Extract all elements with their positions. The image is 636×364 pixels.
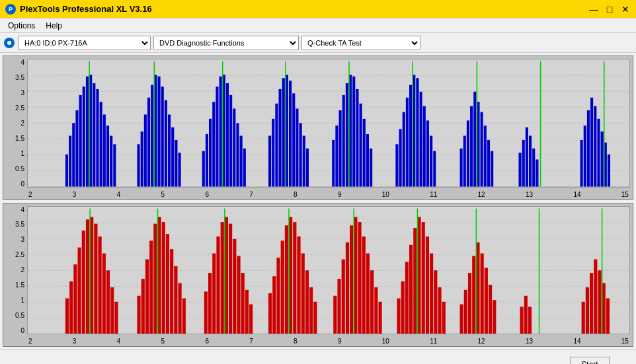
svg-rect-44 — [216, 87, 218, 186]
svg-rect-205 — [438, 287, 441, 334]
svg-rect-77 — [366, 134, 369, 187]
svg-rect-52 — [243, 149, 246, 187]
svg-point-1 — [7, 41, 11, 45]
svg-rect-28 — [144, 114, 147, 186]
svg-rect-114 — [590, 98, 593, 187]
svg-rect-199 — [413, 228, 417, 334]
svg-rect-129 — [65, 298, 69, 334]
svg-rect-47 — [226, 83, 229, 187]
svg-rect-169 — [268, 293, 272, 334]
svg-rect-16 — [86, 77, 89, 187]
svg-rect-50 — [236, 123, 239, 186]
main-content: 4 3.5 3 2.5 2 1.5 1 0.5 0 — [0, 53, 636, 349]
svg-rect-69 — [339, 110, 342, 187]
svg-rect-143 — [137, 295, 140, 334]
svg-rect-36 — [171, 127, 174, 187]
svg-rect-216 — [493, 300, 496, 334]
svg-rect-208 — [460, 304, 463, 334]
svg-rect-158 — [212, 253, 216, 334]
start-button[interactable]: Start — [570, 357, 610, 364]
svg-rect-37 — [175, 140, 177, 187]
drive-select[interactable]: HA:0 ID:0 PX-716A — [19, 36, 151, 50]
svg-rect-159 — [216, 236, 219, 334]
svg-rect-102 — [491, 151, 493, 187]
svg-rect-87 — [420, 92, 422, 187]
svg-rect-104 — [518, 153, 521, 186]
svg-rect-11 — [69, 136, 71, 187]
svg-rect-139 — [106, 270, 110, 334]
svg-rect-23 — [110, 136, 112, 187]
svg-rect-108 — [532, 149, 535, 187]
svg-rect-93 — [460, 149, 463, 187]
svg-rect-189 — [362, 236, 366, 334]
function-select[interactable]: DVD Diagnostic Functions — [153, 36, 299, 50]
svg-rect-67 — [332, 140, 335, 187]
svg-rect-160 — [221, 222, 224, 334]
svg-rect-14 — [79, 95, 82, 187]
svg-rect-48 — [229, 95, 232, 187]
test-select[interactable]: Q-Check TA Test — [301, 36, 420, 50]
bottom-chart-x-axis: 2 3 4 5 6 7 8 9 10 11 12 13 14 15 — [27, 338, 630, 345]
svg-rect-65 — [306, 149, 309, 187]
svg-rect-30 — [151, 85, 153, 187]
svg-rect-224 — [590, 273, 593, 334]
svg-rect-40 — [202, 151, 205, 187]
svg-rect-202 — [426, 236, 429, 334]
title-bar-controls: — □ ✕ — [588, 4, 631, 15]
svg-rect-164 — [237, 256, 240, 334]
svg-rect-153 — [179, 283, 182, 334]
svg-rect-138 — [102, 253, 106, 334]
svg-rect-83 — [406, 98, 409, 187]
svg-rect-89 — [426, 120, 429, 186]
maximize-button[interactable]: □ — [604, 4, 615, 15]
svg-rect-62 — [296, 108, 298, 186]
svg-rect-170 — [272, 276, 276, 334]
svg-rect-70 — [342, 95, 345, 187]
svg-rect-222 — [582, 301, 585, 334]
svg-rect-154 — [182, 298, 186, 334]
close-button[interactable]: ✕ — [620, 4, 631, 15]
svg-rect-26 — [137, 144, 139, 186]
svg-rect-76 — [363, 119, 366, 187]
minimize-button[interactable]: — — [588, 4, 599, 15]
svg-rect-86 — [416, 78, 418, 186]
svg-rect-228 — [606, 298, 610, 334]
svg-rect-100 — [484, 126, 487, 186]
svg-rect-192 — [374, 287, 378, 334]
svg-rect-113 — [587, 110, 590, 187]
svg-rect-179 — [309, 287, 313, 334]
menu-help[interactable]: Help — [40, 20, 67, 32]
svg-rect-75 — [360, 104, 362, 187]
svg-rect-81 — [399, 129, 402, 186]
svg-rect-68 — [335, 126, 338, 186]
svg-rect-24 — [113, 144, 116, 186]
svg-rect-99 — [481, 112, 483, 187]
svg-rect-13 — [75, 110, 78, 187]
svg-rect-203 — [430, 253, 433, 334]
svg-rect-180 — [313, 301, 317, 334]
svg-rect-215 — [489, 285, 492, 334]
svg-rect-71 — [346, 83, 348, 187]
menu-options[interactable]: Options — [3, 20, 40, 32]
svg-rect-173 — [285, 225, 288, 334]
svg-rect-41 — [206, 134, 208, 187]
svg-rect-151 — [170, 249, 173, 334]
toolbar-drive-icon — [3, 36, 16, 50]
svg-rect-131 — [73, 264, 77, 334]
svg-rect-32 — [157, 77, 160, 187]
toolbar: HA:0 ID:0 PX-716A DVD Diagnostic Functio… — [0, 33, 636, 53]
title-bar-left: P PlexTools Professional XL V3.16 — [5, 4, 152, 15]
top-chart-panel: 4 3.5 3 2.5 2 1.5 1 0.5 0 — [3, 55, 633, 200]
svg-rect-186 — [350, 225, 353, 334]
svg-rect-55 — [272, 119, 274, 187]
svg-rect-165 — [241, 273, 245, 334]
svg-rect-206 — [442, 301, 446, 334]
svg-rect-115 — [594, 106, 596, 187]
svg-rect-58 — [282, 78, 285, 186]
svg-rect-185 — [346, 242, 349, 334]
svg-rect-18 — [93, 83, 95, 187]
svg-rect-204 — [434, 270, 437, 334]
metrics-area: Jitter: 3 Peak Shift: — [0, 349, 636, 364]
svg-rect-149 — [162, 222, 165, 334]
title-bar: P PlexTools Professional XL V3.16 — □ ✕ — [0, 0, 636, 18]
